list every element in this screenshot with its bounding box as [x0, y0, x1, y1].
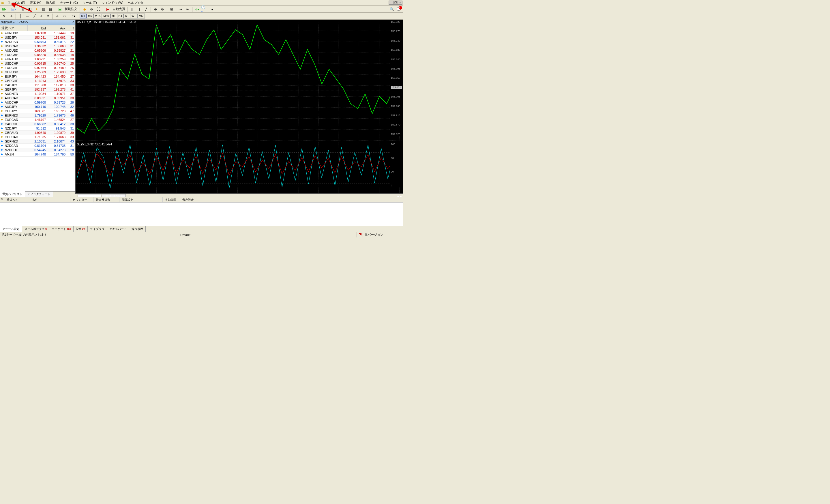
- terminal-tab-mailbox[interactable]: メールボックス9: [22, 226, 49, 232]
- zoom-out-button[interactable]: ⊖: [159, 6, 166, 12]
- close-button[interactable]: ✕: [398, 1, 403, 5]
- text-button[interactable]: A: [54, 13, 61, 19]
- watch-row-gbpusd[interactable]: GBPUSD1.256091.2563021: [0, 70, 75, 74]
- watch-row-usdchf[interactable]: USDCHF0.907150.9074025: [0, 61, 75, 66]
- watch-row-nzdcad[interactable]: NZDCAD0.817040.8173531: [0, 144, 75, 148]
- watch-row-nzdjpy[interactable]: NZDJPY91.51291.54331: [0, 126, 75, 131]
- watch-row-eurgbp[interactable]: EURGBP0.855200.8553818: [0, 53, 75, 57]
- col-spread[interactable]: !: [67, 25, 75, 31]
- tile-windows-button[interactable]: ⊞: [168, 6, 175, 12]
- watch-row-nzdchf[interactable]: NZDCHF0.542450.5427328: [0, 148, 75, 152]
- term-col-expiry[interactable]: 有効期限: [163, 197, 180, 202]
- market-watch-close-icon[interactable]: ×: [72, 20, 74, 24]
- terminal-button[interactable]: ▥: [40, 6, 47, 12]
- watch-row-eurjpy[interactable]: EURJPY164.423164.45027: [0, 74, 75, 79]
- indicator-chart[interactable]: Sto(5,3,3) 32.7381 41.5474 10080200: [75, 142, 403, 194]
- term-col-counter[interactable]: カウンター: [70, 197, 93, 202]
- fibonacci-button[interactable]: ≡: [45, 13, 51, 19]
- menu-tool[interactable]: ツール (T): [80, 0, 99, 5]
- watch-row-nzdusd[interactable]: NZDUSD0.597930.5981522: [0, 40, 75, 44]
- arrows-button[interactable]: ↑▾: [70, 13, 77, 19]
- watch-row-euraud[interactable]: EURAUD1.632211.6325938: [0, 57, 75, 61]
- watch-row-gbpcad[interactable]: GBPCAD1.716351.7166833: [0, 135, 75, 139]
- menu-insert[interactable]: 挿入(I): [43, 0, 57, 5]
- fullscreen-button[interactable]: ⛶: [95, 6, 101, 12]
- channel-button[interactable]: ⫽: [38, 13, 44, 19]
- new-chart-button[interactable]: ⊞▾: [1, 6, 7, 12]
- menu-chart[interactable]: チャート (C): [57, 0, 80, 5]
- watch-row-usdjpy[interactable]: USDJPY153.031153.06231: [0, 35, 75, 40]
- strategy-tester-button[interactable]: ▦: [47, 6, 54, 12]
- watch-row-amzn[interactable]: AMZN184.740184.79050: [0, 152, 75, 157]
- terminal-close-icon[interactable]: ×: [0, 197, 4, 202]
- watch-row-gbpaud[interactable]: GBPAUD1.908401.9087939: [0, 131, 75, 135]
- menu-help[interactable]: ヘルプ (H): [126, 0, 145, 5]
- autoscroll-button[interactable]: ⇥: [178, 6, 184, 12]
- autotrading-label[interactable]: 自動売買: [111, 7, 126, 11]
- watch-row-audchf[interactable]: AUDCHF0.597000.5972828: [0, 100, 75, 105]
- watch-row-eurcad[interactable]: EURCAD1.467971.4682427: [0, 118, 75, 122]
- menu-file[interactable]: ファイル (F): [5, 0, 27, 5]
- term-col-maxrepeat[interactable]: 最大反復数: [93, 197, 120, 202]
- timeframe-m30[interactable]: M30: [102, 13, 110, 19]
- metaeditor-button[interactable]: ◆: [82, 6, 88, 12]
- timeframe-h1[interactable]: H1: [110, 13, 117, 19]
- terminal-tab-expert[interactable]: エキスパート: [107, 226, 129, 232]
- data-window-button[interactable]: ◧: [27, 6, 33, 12]
- autotrading-icon[interactable]: ▶: [104, 6, 111, 12]
- timeframe-m1[interactable]: M1: [79, 13, 87, 19]
- col-bid[interactable]: Bid: [27, 25, 47, 31]
- watch-row-cadjpy[interactable]: CADJPY111.988112.01830: [0, 83, 75, 87]
- crosshair-button[interactable]: ✛: [8, 13, 14, 19]
- search-button[interactable]: 🔍: [389, 6, 395, 12]
- line-chart-button[interactable]: 〳: [143, 6, 150, 12]
- candle-chart-button[interactable]: ⫿: [136, 6, 142, 12]
- watch-row-gbpjpy[interactable]: GBPJPY192.237192.27841: [0, 87, 75, 92]
- new-order-label[interactable]: 新規注文: [63, 7, 78, 11]
- periodicity-button[interactable]: 🕐▾: [201, 6, 207, 12]
- indicators-button[interactable]: ⊹▾: [194, 6, 200, 12]
- bar-chart-button[interactable]: ⫼: [129, 6, 136, 12]
- maximize-button[interactable]: ❐: [393, 1, 398, 5]
- zoom-in-button[interactable]: ⊕: [152, 6, 159, 12]
- col-symbol[interactable]: 通貨ペア: [0, 25, 28, 31]
- term-col-symbol[interactable]: 通貨ペア: [4, 197, 30, 202]
- watch-row-gbpnzd[interactable]: GBPNZD2.100312.1007443: [0, 139, 75, 144]
- new-order-icon[interactable]: ▣: [57, 6, 63, 12]
- watch-row-cadchf[interactable]: CADCHF0.663820.6641230: [0, 122, 75, 126]
- terminal-tab-history[interactable]: 操作履歴: [129, 226, 146, 232]
- watch-row-audusd[interactable]: AUDUSD0.658060.6582721: [0, 49, 75, 53]
- status-profile[interactable]: Default: [178, 232, 357, 238]
- chart-shift-button[interactable]: ⇤: [185, 6, 191, 12]
- timeframe-mn[interactable]: MN: [137, 13, 145, 19]
- cursor-button[interactable]: ↖: [1, 13, 7, 19]
- watch-row-eurchf[interactable]: EURCHF0.974640.9748925: [0, 66, 75, 70]
- notifications-button[interactable]: 💬1: [395, 6, 402, 12]
- timeframe-m5[interactable]: M5: [87, 13, 93, 19]
- text-label-button[interactable]: ▭: [61, 13, 67, 19]
- timeframe-h4[interactable]: H4: [117, 13, 124, 19]
- term-col-interval[interactable]: 間隔設定: [120, 197, 163, 202]
- vertical-line-button[interactable]: │: [17, 13, 24, 19]
- tab-symbol-list[interactable]: 通貨ペアリスト: [0, 191, 25, 197]
- menu-view[interactable]: 表示 (V): [27, 0, 43, 5]
- terminal-tab-alert[interactable]: アラーム設定: [0, 226, 22, 232]
- col-ask[interactable]: Ask: [47, 25, 67, 31]
- watch-row-audjpy[interactable]: AUDJPY100.716100.74832: [0, 105, 75, 109]
- market-watch-button[interactable]: ⊟: [20, 6, 26, 12]
- timeframe-d1[interactable]: D1: [124, 13, 130, 19]
- options-button[interactable]: ⚙: [88, 6, 95, 12]
- profile-button[interactable]: ▤▾: [10, 6, 17, 12]
- menu-window[interactable]: ウィンドウ (W): [99, 0, 126, 5]
- watch-row-usdcad[interactable]: USDCAD1.366321.3666331: [0, 44, 75, 49]
- templates-button[interactable]: ▭▾: [208, 6, 214, 12]
- timeframe-m15[interactable]: M15: [93, 13, 102, 19]
- terminal-tab-market[interactable]: マーケット106: [49, 226, 73, 232]
- term-col-condition[interactable]: 条件: [30, 197, 70, 202]
- term-col-sound[interactable]: 音声設定: [180, 197, 403, 202]
- watch-row-audcad[interactable]: AUDCAD0.899210.8995130: [0, 96, 75, 100]
- navigator-button[interactable]: ✦: [33, 6, 40, 12]
- watch-row-chfjpy[interactable]: CHFJPY168.681168.72847: [0, 109, 75, 114]
- trendline-button[interactable]: ╱: [31, 13, 37, 19]
- terminal-tab-library[interactable]: ライブラリ: [88, 226, 107, 232]
